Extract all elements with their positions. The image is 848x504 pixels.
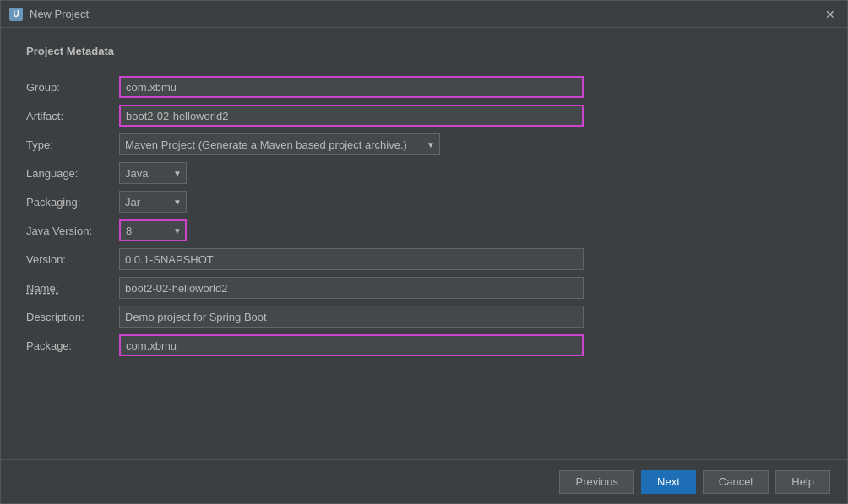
- dialog-title: New Project: [30, 8, 822, 20]
- java-version-label: Java Version:: [26, 219, 119, 242]
- java-version-select[interactable]: 8 11 17 21: [119, 219, 187, 241]
- close-button[interactable]: ✕: [822, 6, 839, 23]
- java-version-select-wrap: 8 11 17 21 ▼: [119, 219, 187, 241]
- form-grid: Group: Artifact: Type: Maven Projec: [26, 73, 822, 360]
- title-bar: U New Project ✕: [1, 1, 847, 28]
- group-label: Group:: [26, 76, 119, 99]
- version-label: Version:: [26, 248, 119, 271]
- cancel-button[interactable]: Cancel: [703, 470, 769, 494]
- type-label: Type:: [26, 133, 119, 156]
- next-button[interactable]: Next: [641, 470, 696, 494]
- version-field-wrap: [119, 245, 822, 274]
- type-select-wrap: Maven Project (Generate a Maven based pr…: [119, 133, 440, 155]
- group-field-wrap: [119, 73, 822, 101]
- description-label: Description:: [26, 306, 119, 328]
- packaging-label: Packaging:: [26, 191, 119, 214]
- version-input[interactable]: [119, 248, 584, 270]
- java-version-field-wrap: 8 11 17 21 ▼: [119, 216, 822, 245]
- dialog-footer: Previous Next Cancel Help: [1, 459, 847, 503]
- previous-button[interactable]: Previous: [559, 470, 634, 494]
- artifact-input[interactable]: [119, 105, 584, 127]
- app-icon: U: [9, 8, 23, 21]
- packaging-select-wrap: Jar War ▼: [119, 191, 187, 213]
- section-title: Project Metadata: [26, 45, 822, 57]
- package-label: Package:: [26, 334, 119, 357]
- name-input[interactable]: [119, 277, 584, 299]
- artifact-label: Artifact:: [26, 105, 119, 127]
- description-field-wrap: [119, 302, 822, 331]
- description-input[interactable]: [119, 306, 584, 328]
- name-label: Name:: [26, 277, 119, 300]
- type-select[interactable]: Maven Project (Generate a Maven based pr…: [119, 133, 440, 155]
- group-input[interactable]: [119, 76, 584, 98]
- language-field-wrap: Java Kotlin Groovy ▼: [119, 159, 822, 187]
- language-label: Language:: [26, 162, 119, 185]
- dialog-content: Project Metadata Group: Artifact: Type:: [1, 28, 847, 459]
- package-field-wrap: [119, 331, 822, 360]
- help-button[interactable]: Help: [775, 470, 830, 494]
- name-field-wrap: [119, 274, 822, 302]
- language-select[interactable]: Java Kotlin Groovy: [119, 162, 187, 184]
- artifact-field-wrap: [119, 101, 822, 130]
- type-field-wrap: Maven Project (Generate a Maven based pr…: [119, 130, 822, 159]
- packaging-field-wrap: Jar War ▼: [119, 187, 822, 216]
- packaging-select[interactable]: Jar War: [119, 191, 187, 213]
- language-select-wrap: Java Kotlin Groovy ▼: [119, 162, 187, 184]
- package-input[interactable]: [119, 334, 584, 356]
- new-project-dialog: U New Project ✕ Project Metadata Group: …: [0, 0, 848, 504]
